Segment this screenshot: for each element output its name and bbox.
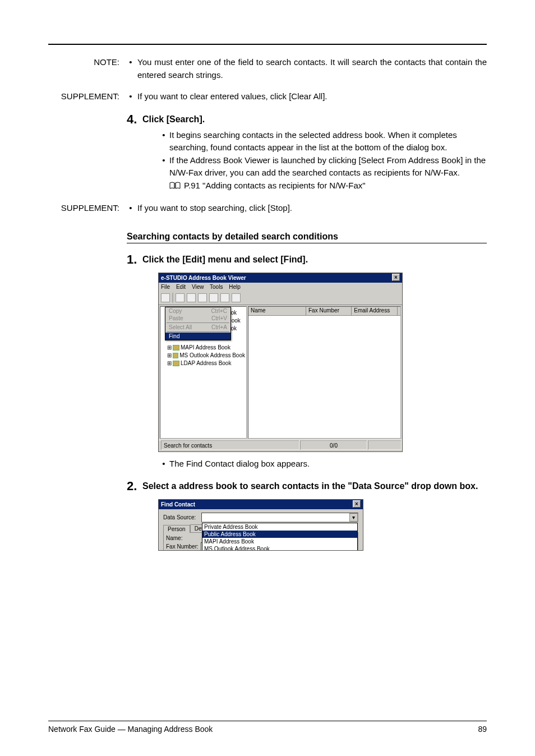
list-panel: Name Fax Number Email Address	[248, 306, 401, 439]
step-4-bullet-2: • If the Address Book Viewer is launched…	[158, 154, 487, 179]
data-source-label: Data Source:	[163, 514, 201, 520]
step-1-after: • The Find Contact dialog box appears.	[158, 458, 487, 471]
supplement-row-2: SUPPLEMENT: • If you want to stop search…	[48, 202, 487, 215]
step-number: 1.	[127, 252, 142, 267]
header-divider	[48, 44, 487, 45]
step-title: Click [Search].	[142, 112, 205, 127]
screenshot-address-book-viewer: e-STUDIO Address Book Viewer × File Edit…	[158, 273, 487, 452]
menu-item-paste[interactable]: PasteCtrl+V	[165, 315, 230, 322]
close-icon[interactable]: ×	[353, 500, 361, 508]
window-titlebar: Find Contact ×	[159, 500, 363, 509]
screenshot-find-contact: Find Contact × Data Source: ▾ Private Ad…	[158, 499, 487, 551]
toolbar-icon[interactable]	[161, 293, 170, 302]
tree-node[interactable]: ⊞MS Outlook Address Book	[167, 352, 245, 359]
dropdown-option[interactable]: Private Address Book	[202, 523, 357, 531]
fax-label: Fax Number:	[166, 543, 201, 550]
step-4-bullet-1: • It begins searching contacts in the se…	[158, 129, 487, 154]
step-4: 4. Click [Search].	[127, 112, 487, 127]
footer-page-number: 89	[478, 725, 487, 734]
step-title: Click the [Edit] menu and select [Find].	[142, 252, 308, 267]
toolbar-icon[interactable]	[176, 293, 185, 302]
window-titlebar: e-STUDIO Address Book Viewer ×	[159, 273, 402, 283]
chevron-down-icon[interactable]: ▾	[349, 513, 358, 522]
menu-item-copy[interactable]: CopyCtrl+C	[165, 307, 230, 315]
menu-edit[interactable]: Edit	[176, 284, 186, 290]
dropdown-option-selected[interactable]: Public Address Book	[202, 531, 357, 538]
supplement-label: SUPPLEMENT:	[48, 90, 124, 103]
step-title: Select a address book to search contacts…	[142, 479, 478, 494]
window-body: CopyCtrl+C PasteCtrl+V Select AllCtrl+A …	[159, 305, 402, 440]
toolbar	[159, 292, 402, 305]
window-find-contact: Find Contact × Data Source: ▾ Private Ad…	[158, 499, 363, 551]
supplement-row-1: SUPPLEMENT: • If you want to clear enter…	[48, 90, 487, 103]
dropdown-option[interactable]: MS Outlook Address Book	[202, 545, 357, 551]
toolbar-icon[interactable]	[220, 293, 229, 302]
dropdown-options: Private Address Book Public Address Book…	[202, 523, 358, 551]
status-text: Search for contacts	[161, 440, 299, 450]
tree-panel[interactable]: CopyCtrl+C PasteCtrl+V Select AllCtrl+A …	[160, 306, 247, 439]
close-icon[interactable]: ×	[392, 274, 400, 281]
section-heading: Searching contacts by detailed search co…	[127, 232, 487, 243]
bullet-text: If the Address Book Viewer is launched b…	[169, 154, 487, 179]
data-source-row: Data Source: ▾ Private Address Book Publ…	[163, 513, 358, 522]
toolbar-icon[interactable]	[187, 293, 196, 302]
menu-tools[interactable]: Tools	[210, 284, 223, 290]
menu-item-find[interactable]: Find	[165, 333, 230, 340]
window-title: Find Contact	[161, 500, 195, 509]
folder-icon	[173, 361, 179, 366]
bullet-text: The Find Contact dialog box appears.	[169, 458, 487, 471]
status-cell	[368, 440, 402, 450]
bullet: •	[158, 154, 169, 179]
window-title: e-STUDIO Address Book Viewer	[161, 273, 246, 283]
menu-bar[interactable]: File Edit View Tools Help	[159, 283, 402, 292]
step-number: 2.	[127, 479, 142, 494]
supplement-text: If you want to clear entered values, cli…	[137, 90, 487, 103]
tree-node[interactable]: ⊞LDAP Address Book	[167, 359, 245, 367]
menu-view[interactable]: View	[192, 284, 204, 290]
toolbar-icon[interactable]	[232, 293, 241, 302]
col-name[interactable]: Name	[248, 307, 306, 315]
tab-person[interactable]: Person	[163, 525, 190, 533]
list-header: Name Fax Number Email Address	[248, 307, 400, 316]
bullet: •	[124, 202, 137, 215]
tree-node[interactable]: ⊞MAPI Address Book	[167, 344, 245, 352]
data-source-dropdown[interactable]: ▾ Private Address Book Public Address Bo…	[201, 513, 358, 522]
bullet: •	[158, 129, 169, 154]
menu-help[interactable]: Help	[229, 284, 241, 290]
folder-icon	[173, 345, 179, 351]
note-text: You must enter one of the field to searc…	[137, 56, 487, 81]
bullet: •	[124, 56, 137, 81]
bullet: •	[124, 90, 137, 103]
toolbar-icon[interactable]	[209, 293, 218, 302]
bullet: •	[158, 458, 169, 471]
footer-left: Network Fax Guide — Managing Address Boo…	[48, 725, 213, 734]
note-row: NOTE: • You must enter one of the field …	[48, 56, 487, 81]
window-address-book-viewer: e-STUDIO Address Book Viewer × File Edit…	[158, 273, 403, 452]
status-count: 0/0	[300, 440, 367, 450]
menu-file[interactable]: File	[161, 284, 170, 290]
menu-item-select-all[interactable]: Select AllCtrl+A	[165, 324, 230, 331]
col-fax[interactable]: Fax Number	[306, 307, 352, 315]
folder-icon	[173, 353, 178, 358]
reference-text: P.91 "Adding contacts as recipients for …	[184, 179, 366, 192]
bullet-text: It begins searching contacts in the sele…	[169, 129, 487, 154]
step-2: 2. Select a address book to search conta…	[127, 479, 487, 494]
note-label: NOTE:	[48, 56, 124, 81]
status-bar: Search for contacts 0/0	[159, 440, 402, 450]
toolbar-icon[interactable]	[198, 293, 207, 302]
col-email[interactable]: Email Address	[352, 307, 397, 315]
dropdown-option[interactable]: MAPI Address Book	[202, 538, 357, 545]
page-footer: Network Fax Guide — Managing Address Boo…	[48, 721, 487, 734]
book-reference: P.91 "Adding contacts as recipients for …	[169, 179, 487, 192]
edit-dropdown-menu: CopyCtrl+C PasteCtrl+V Select AllCtrl+A …	[165, 307, 231, 340]
book-icon	[169, 182, 181, 190]
name-label: Name:	[166, 535, 201, 541]
supplement-label: SUPPLEMENT:	[48, 202, 124, 215]
supplement-text: If you want to stop searching, click [St…	[137, 202, 487, 215]
step-1: 1. Click the [Edit] menu and select [Fin…	[127, 252, 487, 267]
step-number: 4.	[127, 112, 142, 127]
